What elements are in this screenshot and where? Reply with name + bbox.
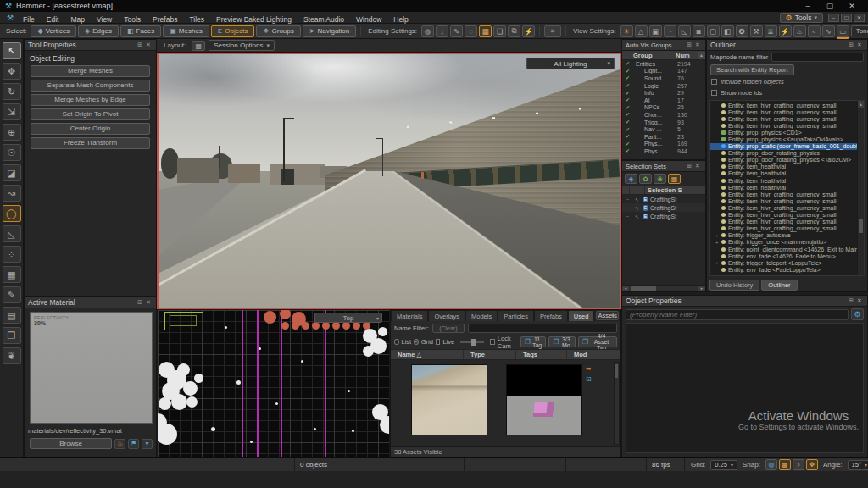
vis-group-row[interactable]: Chor...130 bbox=[622, 111, 705, 119]
vis-group-row[interactable]: NPCs25 bbox=[622, 104, 705, 112]
water-icon[interactable]: ≈ bbox=[808, 25, 821, 37]
asset-scrollbar[interactable] bbox=[614, 362, 620, 445]
asset-tab[interactable]: Particles bbox=[498, 310, 534, 321]
layout-grid-icon[interactable]: ▦ bbox=[192, 41, 205, 51]
clip-tool[interactable]: ◺ bbox=[3, 225, 21, 242]
vis-group-row[interactable]: Phys...944 bbox=[622, 147, 705, 155]
select-mode-edges[interactable]: ◈Edges bbox=[78, 25, 119, 37]
maximize-icon[interactable]: ▢ bbox=[819, 0, 841, 12]
entity-row[interactable]: Entity: prop_door_rotating_physics bbox=[710, 150, 864, 157]
selection-set-row[interactable]: −↖ECraftingSt bbox=[622, 212, 705, 220]
angle-dropdown[interactable]: 15° bbox=[848, 460, 868, 470]
object-editing-button[interactable]: Center Origin bbox=[31, 123, 150, 135]
select-mode-meshes[interactable]: ▣Meshes bbox=[163, 25, 209, 37]
vis-group-row[interactable]: Info29 bbox=[622, 89, 705, 97]
close-icon[interactable] bbox=[693, 163, 702, 169]
entity-row[interactable]: Entity: item_hlvr_crafting_currency_smal… bbox=[710, 204, 864, 211]
check-icon[interactable] bbox=[622, 60, 633, 67]
viewport-3d[interactable]: All Lighting bbox=[157, 53, 621, 309]
entity-row[interactable]: Entity: prop_physics <KaupaTakaOviAvain> bbox=[710, 136, 864, 142]
check-icon[interactable] bbox=[622, 133, 633, 140]
property-filter-input[interactable] bbox=[626, 309, 849, 320]
lightning-icon[interactable]: ⚡ bbox=[522, 25, 535, 37]
vis-group-row[interactable]: Nav ...5 bbox=[622, 125, 705, 133]
vis-group-row[interactable]: Parti...23 bbox=[622, 133, 705, 141]
column-num[interactable]: Num bbox=[676, 52, 690, 59]
asset-tab[interactable]: Used bbox=[568, 310, 595, 321]
scroll-up-icon[interactable]: ▲ bbox=[698, 52, 705, 59]
soft-select-icon[interactable]: ◌ bbox=[465, 25, 477, 37]
box-icon[interactable]: ▢ bbox=[707, 25, 720, 37]
select-mode-faces[interactable]: ◧Faces bbox=[120, 25, 161, 37]
select-inside-icon[interactable]: ❏ bbox=[493, 25, 506, 37]
visibility-icon[interactable]: − bbox=[624, 214, 632, 219]
entity-row[interactable]: Entity: item_hlvr_crafting_currency_smal… bbox=[710, 225, 864, 232]
cube-icon[interactable]: ◧ bbox=[721, 25, 734, 37]
snap-note-icon[interactable]: ♪ bbox=[793, 459, 804, 470]
entity-row[interactable]: Entity: prop_physics <CD1> bbox=[710, 129, 864, 136]
column-name[interactable]: Name △ bbox=[391, 350, 464, 359]
menu-item[interactable]: File bbox=[17, 15, 41, 24]
entity-row[interactable]: Entity: item_hlvr_crafting_currency_smal… bbox=[710, 102, 864, 108]
entity-row[interactable]: Entity: item_healthvial bbox=[710, 184, 864, 191]
pin-icon[interactable] bbox=[847, 42, 855, 48]
vis-group-row[interactable]: Trigg...93 bbox=[622, 119, 705, 126]
entity-report-button[interactable]: Search with Entity Report bbox=[710, 64, 794, 75]
select-mode-objects[interactable]: EObjects bbox=[211, 25, 254, 37]
viewport-2d-top[interactable]: Top bbox=[157, 309, 390, 458]
lock-cam-checkbox[interactable] bbox=[490, 339, 495, 345]
entity-tool[interactable]: ☉ bbox=[3, 144, 21, 161]
pin-icon[interactable] bbox=[685, 163, 693, 169]
snap-move-icon[interactable]: ✥ bbox=[806, 459, 818, 470]
pin-icon[interactable] bbox=[136, 42, 144, 48]
entity-row[interactable]: Entity: item_healthvial bbox=[710, 164, 864, 170]
entity-row[interactable]: Entity: item_hlvr_crafting_currency_smal… bbox=[710, 108, 864, 115]
asset-filter-input[interactable] bbox=[468, 324, 617, 333]
add-to-set-icon[interactable]: ✿ bbox=[639, 174, 652, 184]
column-group[interactable]: Group bbox=[633, 52, 676, 59]
monitor-icon[interactable]: ▭ bbox=[837, 25, 849, 37]
chevron-down-icon[interactable]: ▾ bbox=[142, 439, 153, 449]
vis-group-row[interactable]: Light...147 bbox=[622, 68, 705, 75]
asset-type-filter-button[interactable]: ❐4/4 Asset Typ bbox=[578, 336, 617, 347]
badge-icon[interactable]: ✪ bbox=[736, 25, 748, 37]
entity-row[interactable]: Entity: item_hlvr_crafting_currency_smal… bbox=[710, 191, 864, 197]
object-editing-button[interactable]: Separate Mesh Components bbox=[31, 80, 150, 92]
check-icon[interactable] bbox=[622, 82, 633, 89]
check-icon[interactable] bbox=[622, 126, 633, 133]
sun-icon[interactable]: ☀ bbox=[620, 25, 633, 37]
texture-tool[interactable]: ▦ bbox=[3, 266, 21, 283]
tag-filter-button[interactable]: ❐11 Tag bbox=[520, 336, 547, 347]
polygon-tool[interactable]: ◯ bbox=[3, 205, 21, 222]
entity-row[interactable]: Entity: item_hlvr_crafting_currency_smal… bbox=[710, 212, 864, 219]
path-tool[interactable]: ↝ bbox=[3, 185, 21, 202]
menu-item[interactable]: Prefabs bbox=[147, 15, 183, 24]
expand-icon[interactable]: + bbox=[715, 260, 721, 265]
tools-dropdown[interactable]: ⚙Tools bbox=[780, 13, 823, 23]
entity-row[interactable]: Entity: prop_door_rotating_physics <Talo… bbox=[710, 157, 864, 164]
list-radio[interactable] bbox=[394, 339, 399, 345]
vis-group-row[interactable]: Entities2194 bbox=[622, 60, 705, 68]
flame-icon[interactable]: ♨ bbox=[793, 25, 806, 37]
menu-item[interactable]: Preview Baked Lighting bbox=[210, 15, 298, 24]
new-set-icon[interactable]: ◈ bbox=[625, 174, 637, 184]
tree-scrollbar[interactable]: ▲ bbox=[857, 101, 864, 275]
scroll-right-icon[interactable]: ▸ bbox=[698, 286, 705, 291]
asset-tab[interactable]: Prefabs bbox=[534, 310, 568, 321]
wave-icon[interactable]: ∿ bbox=[822, 25, 835, 37]
thumbnail-size-slider[interactable] bbox=[460, 341, 484, 343]
material-preview[interactable]: REFLECTIVITY 30% bbox=[30, 312, 153, 424]
show-node-ids-checkbox[interactable] bbox=[711, 90, 717, 96]
entity-row[interactable]: Entity: item_hlvr_crafting_currency_smal… bbox=[710, 122, 864, 129]
gear-icon[interactable]: ⚙ bbox=[851, 308, 864, 320]
live-checkbox[interactable] bbox=[436, 339, 441, 345]
browse-button[interactable]: Browse bbox=[30, 438, 112, 449]
menu-item[interactable]: Window bbox=[350, 15, 387, 24]
time-icon[interactable]: ◔ bbox=[664, 25, 676, 37]
clutter-icon[interactable]: ⧉ bbox=[508, 25, 520, 37]
check-icon[interactable] bbox=[622, 90, 633, 97]
shield-icon[interactable]: ▣ bbox=[649, 25, 662, 37]
lighting-mode-dropdown[interactable]: All Lighting bbox=[526, 58, 615, 69]
visibility-icon[interactable]: − bbox=[624, 197, 632, 202]
minimize-icon[interactable]: – bbox=[797, 0, 819, 12]
